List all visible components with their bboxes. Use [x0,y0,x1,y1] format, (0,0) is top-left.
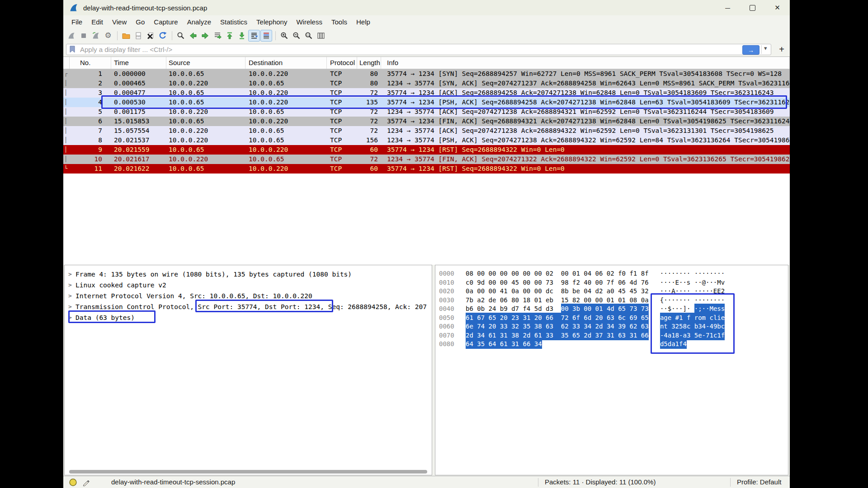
expand-chevron-icon[interactable]: > [68,269,75,280]
expand-chevron-icon[interactable]: > [68,280,75,291]
cell-destination: 10.0.0.220 [245,145,327,155]
cell-no: 9 [70,145,111,155]
packet-row-11[interactable]: └1120.02162210.0.0.6510.0.0.220TCP603577… [63,164,790,174]
colorize-icon[interactable] [260,30,272,42]
menu-item-capture[interactable]: Capture [149,15,182,29]
close-file-icon[interactable] [145,30,156,42]
cell-protocol: TCP [327,155,357,164]
stop-capture-icon[interactable] [78,30,90,42]
menu-item-help[interactable]: Help [352,15,375,29]
cell-protocol: TCP [327,98,357,107]
display-filter-input[interactable] [66,44,771,55]
find-packet-icon[interactable] [175,30,187,42]
column-header-length[interactable]: Length [357,57,381,69]
packet-row-9[interactable]: │920.02155910.0.0.6510.0.0.220TCP6035774… [63,145,790,155]
hex-row[interactable]: 0020 0a 00 00 41 0a 00 00 dc 8b be 04 d2… [439,287,788,296]
zoom-out-icon[interactable] [291,30,302,42]
column-header-protocol[interactable]: Protocol [327,57,357,69]
column-header-no[interactable]: No. [70,57,111,69]
cell-tree: └ [63,164,70,174]
cell-info: 1234 → 35774 [ACK] Seq=2074271238 Ack=26… [381,126,790,136]
status-profile[interactable]: Profile: Default [730,478,781,487]
reload-file-icon[interactable] [157,30,169,42]
cell-source: 10.0.0.65 [166,98,245,107]
packet-row-1[interactable]: ┌10.00000010.0.0.6510.0.0.220TCP8035774 … [63,69,790,79]
hex-row[interactable]: 0060 6e 74 20 33 32 35 38 63 62 33 34 2d… [439,322,788,331]
menu-item-wireless[interactable]: Wireless [292,15,327,29]
detail-line[interactable]: >Data (63 bytes) [68,312,432,323]
menu-item-file[interactable]: File [67,15,87,29]
cell-destination: 10.0.0.65 [245,136,327,145]
capture-options-icon[interactable]: ⚙ [102,30,114,42]
detail-line[interactable]: >Linux cooked capture v2 [68,280,432,291]
cell-no: 3 [70,88,111,98]
save-file-icon[interactable]: 010 [132,30,144,42]
display-filter-bar: → ▾ + [63,42,790,56]
capture-comment-pencil-icon[interactable] [82,479,90,488]
expand-chevron-icon[interactable]: > [68,312,75,323]
auto-scroll-icon[interactable] [248,30,260,42]
start-capture-icon[interactable] [66,30,77,42]
hex-row[interactable]: 0010 c0 9d 00 00 45 00 00 73 98 f2 40 00… [439,278,788,287]
open-file-icon[interactable] [120,30,132,42]
column-header-time[interactable]: Time [111,57,166,69]
filter-bookmark-icon[interactable] [69,45,76,55]
column-header-info[interactable]: Info [381,57,790,69]
detail-line[interactable]: >Transmission Control Protocol, Src Port… [68,301,432,312]
go-to-packet-icon[interactable] [212,30,223,42]
hex-row[interactable]: 0000 08 00 00 00 00 00 00 02 00 01 04 06… [439,269,788,278]
cell-length: 72 [357,155,381,164]
column-header-destination[interactable]: Destination [245,57,327,69]
column-header-source[interactable]: Source [166,57,245,69]
expand-chevron-icon[interactable]: > [68,301,75,312]
zoom-in-icon[interactable] [278,30,290,42]
go-to-top-icon[interactable] [224,30,236,42]
packet-row-5[interactable]: │50.00117510.0.0.22010.0.0.65TCP721234 →… [63,107,790,117]
hex-offset: 0070 [439,332,454,339]
cell-source: 10.0.0.65 [166,69,245,79]
apply-filter-button[interactable]: → [742,45,760,55]
hex-row[interactable]: 0040 b6 0b 24 b9 d7 f4 5d d3 00 3b 00 01… [439,305,788,314]
expand-chevron-icon[interactable]: > [68,291,75,301]
packet-row-7[interactable]: │715.05755410.0.0.22010.0.0.65TCP721234 … [63,126,790,136]
hex-bytes [454,340,466,347]
packet-row-4[interactable]: │40.00053010.0.0.6510.0.0.220TCP13535774… [63,98,790,107]
menu-item-edit[interactable]: Edit [87,15,108,29]
cell-source: 10.0.0.65 [166,164,245,174]
filter-dropdown-caret-icon[interactable]: ▾ [764,45,767,52]
add-filter-button-plus[interactable]: + [776,43,788,55]
packet-row-2[interactable]: │20.00046510.0.0.22010.0.0.65TCP801234 →… [63,79,790,88]
packet-row-3[interactable]: │30.00047710.0.0.6510.0.0.220TCP7235774 … [63,88,790,98]
packet-row-6[interactable]: │615.01585310.0.0.6510.0.0.220TCP7235774… [63,117,790,126]
menu-item-view[interactable]: View [108,15,131,29]
screen: delay-with-read-timeout-tcp-session.pcap… [0,0,868,488]
cell-time: 15.057554 [111,126,166,136]
cell-info: 1234 → 35774 [ACK] Seq=2074271238 Ack=26… [381,107,790,117]
menu-item-go[interactable]: Go [131,15,149,29]
cell-length: 135 [357,98,381,107]
go-to-bottom-icon[interactable] [236,30,248,42]
packet-row-10[interactable]: │1020.02161710.0.0.22010.0.0.65TCP721234… [63,155,790,164]
close-button[interactable]: ✕ [765,0,790,15]
maximize-button[interactable] [740,0,765,15]
detail-line[interactable]: >Internet Protocol Version 4, Src: 10.0.… [68,291,432,301]
cell-length: 80 [357,79,381,88]
go-back-icon[interactable] [187,30,199,42]
menu-item-statistics[interactable]: Statistics [216,15,252,29]
detail-horizontal-scrollbar[interactable] [69,470,427,474]
minimize-button[interactable]: ─ [715,0,740,15]
expert-info-icon[interactable] [69,478,77,488]
packet-row-8[interactable]: │820.02153710.0.0.22010.0.0.65TCP1561234… [63,136,790,145]
restart-capture-icon[interactable] [90,30,102,42]
menu-item-telephony[interactable]: Telephony [252,15,292,29]
cell-tree: │ [63,136,70,145]
menu-item-analyze[interactable]: Analyze [183,15,216,29]
column-tree-spacer [63,57,70,69]
detail-line[interactable]: >Frame 4: 135 bytes on wire (1080 bits),… [68,269,432,280]
hex-row[interactable]: 0080 64 35 64 61 31 66 34 d5da1f4 [439,340,788,349]
go-forward-icon[interactable] [199,30,211,42]
hex-offset: 0040 [439,305,454,312]
resize-columns-icon[interactable] [315,30,327,42]
zoom-original-icon[interactable]: 1:1 [303,30,315,42]
menu-item-tools[interactable]: Tools [327,15,352,29]
